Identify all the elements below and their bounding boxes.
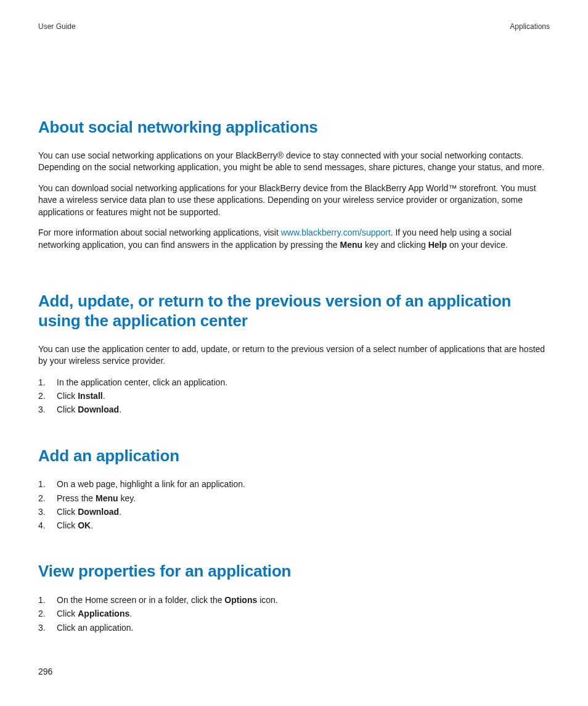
header-left: User Guide — [38, 22, 76, 31]
text-fragment: On the Home screen or in a folder, click… — [57, 595, 224, 605]
text-fragment: Click — [57, 520, 78, 530]
heading-about-social: About social networking applications — [38, 117, 550, 138]
bold-menu: Menu — [340, 240, 363, 250]
list-item: Click an application. — [38, 622, 550, 634]
section-view-properties: View properties for an application On th… — [38, 561, 550, 633]
step-list: On the Home screen or in a folder, click… — [38, 594, 550, 634]
text-fragment: key and clicking — [362, 240, 428, 250]
paragraph: You can download social networking appli… — [38, 183, 550, 219]
paragraph: For more information about social networ… — [38, 227, 550, 251]
list-item: On the Home screen or in a folder, click… — [38, 594, 550, 606]
section-app-center: Add, update, or return to the previous v… — [38, 291, 550, 416]
page-header: User Guide Applications — [38, 22, 550, 31]
text-fragment: For more information about social networ… — [38, 228, 281, 237]
text-fragment: on your device. — [447, 240, 508, 250]
text-fragment: . — [119, 404, 121, 414]
list-item: Click Install. — [38, 390, 550, 402]
heading-view-properties: View properties for an application — [38, 561, 550, 581]
list-item: Click Download. — [38, 403, 550, 416]
text-fragment: Click — [57, 391, 78, 401]
list-item: Click Download. — [38, 506, 550, 518]
bold-download: Download — [78, 404, 119, 414]
text-fragment: key. — [118, 493, 136, 503]
text-fragment: . — [119, 507, 121, 517]
step-list: In the application center, click an appl… — [38, 376, 550, 416]
bold-ok: OK — [78, 520, 91, 530]
text-fragment: Click — [57, 609, 78, 618]
bold-options: Options — [224, 595, 257, 605]
bold-install: Install — [78, 391, 102, 401]
text-fragment: Press the — [57, 493, 96, 503]
step-list: On a web page, highlight a link for an a… — [38, 478, 550, 532]
list-item: Click OK. — [38, 519, 550, 532]
paragraph: You can use the application center to ad… — [38, 343, 550, 367]
bold-menu: Menu — [96, 493, 118, 503]
page-number: 296 — [38, 667, 52, 676]
text-fragment: . — [91, 520, 93, 530]
bold-help: Help — [428, 240, 447, 250]
list-item: Press the Menu key. — [38, 492, 550, 504]
bold-applications: Applications — [78, 609, 129, 618]
heading-add-app: Add an application — [38, 446, 550, 466]
header-right: Applications — [510, 22, 550, 31]
text-fragment: Click — [57, 507, 78, 517]
heading-app-center: Add, update, or return to the previous v… — [38, 291, 550, 331]
text-fragment: . — [103, 391, 105, 401]
text-fragment: icon. — [257, 595, 277, 605]
list-item: On a web page, highlight a link for an a… — [38, 478, 550, 490]
text-fragment: Click — [57, 404, 78, 414]
section-add-app: Add an application On a web page, highli… — [38, 446, 550, 532]
support-link[interactable]: www.blackberry.com/support — [281, 228, 391, 237]
section-about-social-networking: About social networking applications You… — [38, 117, 550, 252]
text-fragment: . — [129, 609, 132, 618]
list-item: In the application center, click an appl… — [38, 376, 550, 388]
list-item: Click Applications. — [38, 607, 550, 620]
bold-download: Download — [78, 507, 119, 517]
paragraph: You can use social networking applicatio… — [38, 150, 550, 174]
